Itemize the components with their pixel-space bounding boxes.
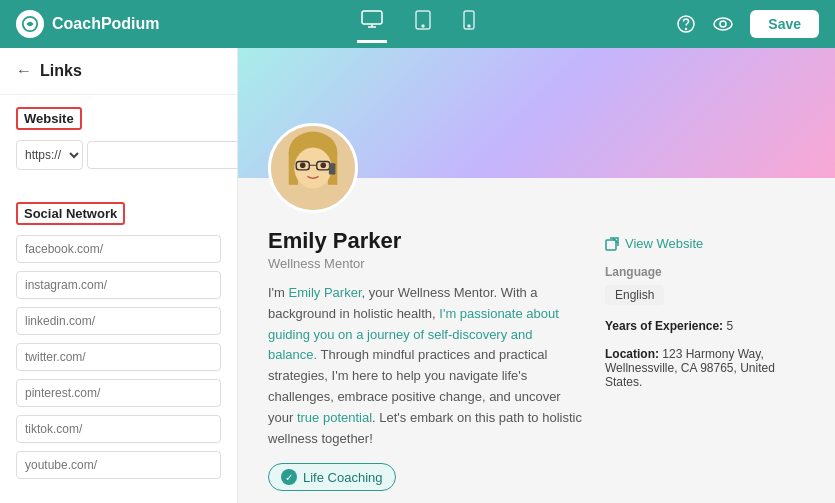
svg-rect-22 (329, 163, 336, 174)
protocol-select[interactable]: https:// http:// (16, 140, 83, 170)
pinterest-input[interactable] (16, 379, 221, 407)
profile-subtitle: Wellness Mentor (268, 256, 585, 271)
sidebar: ← Links Website https:// http:// Social … (0, 48, 238, 503)
eye-icon[interactable] (712, 16, 734, 32)
sidebar-title: Links (40, 62, 82, 80)
main-layout: ← Links Website https:// http:// Social … (0, 48, 835, 503)
tab-desktop[interactable] (357, 6, 387, 43)
bio-highlight-2: I'm passionate about guiding you on a jo… (268, 306, 559, 363)
preview-content: Emily Parker Wellness Mentor I'm Emily P… (238, 178, 835, 503)
header-right: Save (676, 10, 819, 38)
svg-point-10 (714, 18, 732, 30)
social-label: Social Network (16, 202, 125, 225)
twitter-input[interactable] (16, 343, 221, 371)
svg-point-21 (320, 162, 326, 168)
view-website-link[interactable]: View Website (605, 236, 805, 251)
profile-background (238, 48, 835, 178)
header: CoachPodium Save (0, 0, 835, 48)
sidebar-header: ← Links (0, 48, 237, 95)
save-button[interactable]: Save (750, 10, 819, 38)
language-value: English (605, 285, 664, 305)
view-website-label: View Website (625, 236, 703, 251)
youtube-input[interactable] (16, 451, 221, 479)
svg-rect-23 (606, 240, 616, 250)
badge-check-icon: ✓ (281, 469, 297, 485)
website-label: Website (16, 107, 82, 130)
preview-area: Emily Parker Wellness Mentor I'm Emily P… (238, 48, 835, 503)
location-row: Location: 123 Harmony Way, Wellnessville… (605, 347, 805, 389)
tiktok-input[interactable] (16, 415, 221, 443)
profile-name: Emily Parker (268, 228, 585, 254)
years-label: Years of Experience: (605, 319, 723, 333)
svg-point-11 (720, 21, 726, 27)
years-row: Years of Experience: 5 (605, 319, 805, 333)
social-section: Social Network (0, 190, 237, 499)
location-label: Location: (605, 347, 659, 361)
svg-point-20 (300, 162, 306, 168)
svg-rect-1 (362, 11, 382, 24)
profile-bio: I'm Emily Parker, your Wellness Mentor. … (268, 283, 585, 449)
avatar (268, 123, 358, 213)
badge-label: Life Coaching (303, 470, 383, 485)
profile-right: View Website Language English Years of E… (605, 228, 805, 491)
years-value: 5 (726, 319, 733, 333)
logo: CoachPodium (16, 10, 160, 38)
facebook-input[interactable] (16, 235, 221, 263)
help-icon[interactable] (676, 14, 696, 34)
svg-point-16 (294, 147, 331, 188)
linkedin-input[interactable] (16, 307, 221, 335)
logo-text: CoachPodium (52, 15, 160, 33)
svg-point-5 (422, 25, 424, 27)
profile-left: Emily Parker Wellness Mentor I'm Emily P… (268, 228, 585, 491)
tab-mobile[interactable] (459, 6, 479, 43)
bio-highlight-3: true potential (297, 410, 372, 425)
instagram-input[interactable] (16, 271, 221, 299)
url-input[interactable] (87, 141, 238, 169)
language-label: Language (605, 265, 805, 279)
website-section: Website https:// http:// (0, 95, 237, 190)
svg-point-9 (686, 29, 687, 30)
bio-highlight-1: Emily Parker (289, 285, 362, 300)
coaching-badge: ✓ Life Coaching (268, 463, 396, 491)
back-button[interactable]: ← (16, 62, 32, 80)
tab-tablet[interactable] (411, 6, 435, 43)
header-tabs (357, 6, 479, 43)
logo-icon (16, 10, 44, 38)
website-input-row: https:// http:// (16, 140, 221, 170)
svg-point-7 (468, 25, 470, 27)
